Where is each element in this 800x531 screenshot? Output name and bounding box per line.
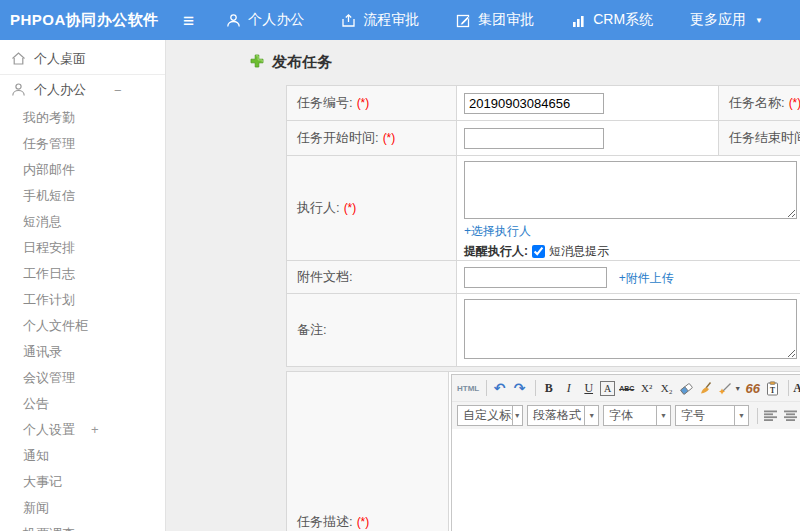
paragraph-format-select[interactable]: 段落格式▼ bbox=[527, 405, 599, 426]
sidebar-item-milestones[interactable]: 大事记 bbox=[0, 469, 165, 495]
nav-more-apps[interactable]: 更多应用 ▼ bbox=[690, 11, 763, 29]
collapse-icon[interactable]: − bbox=[114, 83, 122, 98]
toolbar-separator bbox=[788, 380, 789, 396]
task-form-table: 任务编号:(*) 任务名称:(*) 任务开始时间:(*) 任务结束时间:(*) … bbox=[286, 85, 800, 367]
editor-toolbar-row2: 自定义标题▼ 段落格式▼ 字体▼ 字号▼ bbox=[452, 402, 800, 429]
row-task-time: 任务开始时间:(*) 任务结束时间:(*) bbox=[287, 121, 800, 156]
sidebar-item-notice[interactable]: 通知 bbox=[0, 443, 165, 469]
sidebar-item-contacts[interactable]: 通讯录 bbox=[0, 339, 165, 365]
toolbar-separator bbox=[535, 380, 536, 396]
nav-personal-office[interactable]: 个人办公 bbox=[226, 11, 304, 29]
underline-button[interactable]: U bbox=[580, 380, 597, 397]
caret-down-icon: ▼ bbox=[734, 385, 741, 392]
caret-down-icon: ▼ bbox=[755, 16, 763, 25]
topbar: PHPOA协同办公软件 ≡ 个人办公 流程审批 集团审批 CRM系统 bbox=[0, 0, 800, 40]
editor-content-area[interactable] bbox=[452, 429, 800, 531]
required-mark: (*) bbox=[357, 515, 370, 529]
magic-wand-icon[interactable]: ▼ bbox=[718, 380, 741, 397]
sidebar-item-schedule[interactable]: 日程安排 bbox=[0, 235, 165, 261]
sidebar-item-announcement[interactable]: 公告 bbox=[0, 391, 165, 417]
sidebar-submenu: 我的考勤 任务管理 内部邮件 手机短信 短消息 日程安排 工作日志 工作计划 个… bbox=[0, 105, 165, 531]
hamburger-menu-icon[interactable]: ≡ bbox=[183, 11, 194, 30]
font-color-button[interactable]: A▼ bbox=[793, 380, 800, 397]
editor-toolbar-row1: HTML ↶ ↷ B I U A ABC X² X₂ bbox=[452, 375, 800, 402]
task-number-input[interactable] bbox=[464, 93, 604, 114]
sidebar-item-internal-mail[interactable]: 内部邮件 bbox=[0, 157, 165, 183]
sidebar: 个人桌面 个人办公 − 我的考勤 任务管理 内部邮件 手机短信 短消息 日程安排… bbox=[0, 40, 166, 531]
required-mark: (*) bbox=[383, 131, 396, 145]
required-mark: (*) bbox=[789, 96, 800, 110]
align-left-icon[interactable] bbox=[762, 407, 779, 424]
start-time-input[interactable] bbox=[464, 128, 604, 149]
sidebar-item-news[interactable]: 新闻 bbox=[0, 495, 165, 521]
sms-remind-checkbox[interactable] bbox=[532, 245, 545, 258]
sidebar-item-personal-office[interactable]: 个人办公 − bbox=[0, 75, 165, 105]
main-content: 发布任务 任务编号:(*) 任务名称:(*) 任务开始时间:(*) 任务结束时间… bbox=[167, 40, 800, 531]
sidebar-item-my-attendance[interactable]: 我的考勤 bbox=[0, 105, 165, 131]
paste-icon[interactable]: T bbox=[764, 380, 781, 397]
blockquote-button[interactable]: 66 bbox=[744, 380, 761, 397]
attachment-input[interactable] bbox=[464, 267, 607, 288]
nav-label: 集团审批 bbox=[478, 11, 534, 29]
caret-down-icon: ▼ bbox=[734, 406, 748, 425]
eraser-icon[interactable] bbox=[678, 380, 695, 397]
sidebar-item-meeting-management[interactable]: 会议管理 bbox=[0, 365, 165, 391]
sidebar-item-personal-desktop[interactable]: 个人桌面 bbox=[0, 44, 165, 74]
html-source-button[interactable]: HTML bbox=[457, 380, 479, 397]
nav-label: 个人办公 bbox=[248, 11, 304, 29]
bar-chart-icon bbox=[571, 13, 586, 28]
user-icon bbox=[11, 82, 26, 100]
home-icon bbox=[11, 51, 26, 69]
nav-crm-system[interactable]: CRM系统 bbox=[571, 11, 653, 29]
row-attachment: 附件文档: +附件上传 bbox=[287, 261, 800, 294]
start-time-label: 任务开始时间: bbox=[297, 130, 379, 145]
format-brush-icon[interactable] bbox=[698, 380, 715, 397]
undo-button[interactable]: ↶ bbox=[491, 380, 508, 397]
sidebar-item-short-message[interactable]: 短消息 bbox=[0, 209, 165, 235]
row-remark: 备注: bbox=[287, 294, 800, 367]
sms-remind-label: 短消息提示 bbox=[549, 243, 609, 260]
page-title-text: 发布任务 bbox=[272, 53, 332, 72]
nav-label: CRM系统 bbox=[593, 11, 653, 29]
sidebar-item-work-plan[interactable]: 工作计划 bbox=[0, 287, 165, 313]
strikethrough-button[interactable]: ABC bbox=[618, 380, 635, 397]
subscript-button[interactable]: X₂ bbox=[658, 380, 675, 397]
toolbar-separator bbox=[757, 408, 758, 424]
remark-label: 备注: bbox=[297, 322, 327, 337]
align-center-icon[interactable] bbox=[782, 407, 799, 424]
sidebar-item-work-log[interactable]: 工作日志 bbox=[0, 261, 165, 287]
italic-button[interactable]: I bbox=[560, 380, 577, 397]
required-mark: (*) bbox=[357, 96, 370, 110]
sidebar-item-sms[interactable]: 手机短信 bbox=[0, 183, 165, 209]
executor-textarea[interactable] bbox=[464, 161, 797, 219]
app-logo: PHPOA协同办公软件 bbox=[0, 11, 169, 30]
nav-label: 流程审批 bbox=[363, 11, 419, 29]
remark-textarea[interactable] bbox=[464, 299, 797, 359]
sidebar-item-vote[interactable]: 投票调查 bbox=[0, 521, 165, 531]
sidebar-item-label: 个人办公 bbox=[34, 81, 86, 99]
executor-label: 执行人: bbox=[297, 200, 340, 215]
task-name-label: 任务名称: bbox=[729, 95, 785, 110]
expand-icon[interactable]: + bbox=[91, 422, 99, 437]
heading-style-select[interactable]: 自定义标题▼ bbox=[457, 405, 523, 426]
choose-executor-link[interactable]: +选择执行人 bbox=[464, 224, 531, 238]
attachment-upload-link[interactable]: +附件上传 bbox=[619, 271, 674, 285]
row-executor: 执行人:(*) +选择执行人 提醒执行人: 短消息提示 bbox=[287, 156, 800, 261]
char-border-button[interactable]: A bbox=[600, 381, 615, 396]
end-time-label: 任务结束时间: bbox=[729, 130, 800, 145]
font-size-select[interactable]: 字号▼ bbox=[675, 405, 749, 426]
nav-label: 更多应用 bbox=[690, 11, 746, 29]
superscript-button[interactable]: X² bbox=[638, 380, 655, 397]
redo-button[interactable]: ↷ bbox=[511, 380, 528, 397]
nav-process-approval[interactable]: 流程审批 bbox=[341, 11, 419, 29]
caret-down-icon: ▼ bbox=[656, 406, 670, 425]
attachment-label: 附件文档: bbox=[297, 269, 353, 284]
bold-button[interactable]: B bbox=[540, 380, 557, 397]
caret-down-icon: ▼ bbox=[584, 406, 598, 425]
font-family-select[interactable]: 字体▼ bbox=[603, 405, 671, 426]
sidebar-item-task-management[interactable]: 任务管理 bbox=[0, 131, 165, 157]
nav-group-approval[interactable]: 集团审批 bbox=[456, 11, 534, 29]
remind-executor-label: 提醒执行人: bbox=[464, 243, 528, 260]
sidebar-item-personal-settings[interactable]: 个人设置+ bbox=[0, 417, 165, 443]
sidebar-item-personal-files[interactable]: 个人文件柜 bbox=[0, 313, 165, 339]
